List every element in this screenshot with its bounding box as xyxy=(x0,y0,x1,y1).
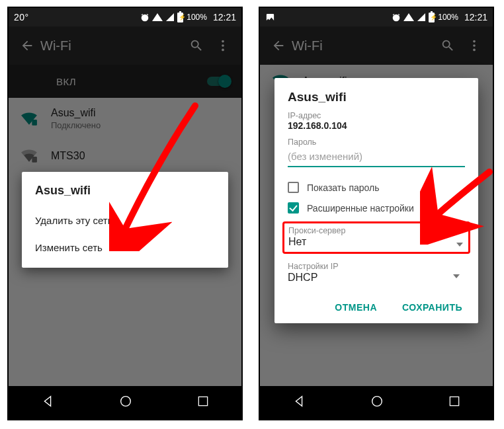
forget-network-item[interactable]: Удалить эту сеть xyxy=(35,207,215,234)
status-battery: 100% xyxy=(187,13,207,22)
edit-network-dialog: Asus_wifi IP-адрес 192.168.0.104 Пароль … xyxy=(274,78,478,323)
svg-rect-11 xyxy=(450,397,458,405)
screenshot-icon xyxy=(265,13,274,22)
nav-back[interactable] xyxy=(40,394,55,411)
nav-bar xyxy=(260,386,493,419)
checkbox-icon xyxy=(288,202,299,214)
advanced-label: Расширенные настройки xyxy=(307,203,414,214)
dialog-title: Asus_wifi xyxy=(288,90,465,104)
save-button[interactable]: СОХРАНИТЬ xyxy=(399,298,465,317)
nav-home[interactable] xyxy=(118,394,133,411)
modify-network-item[interactable]: Изменить сеть xyxy=(35,234,215,261)
proxy-value: Нет xyxy=(288,236,464,248)
nav-home[interactable] xyxy=(370,394,384,411)
advanced-row[interactable]: Расширенные настройки xyxy=(288,202,465,214)
signal-icon xyxy=(417,13,425,21)
password-label: Пароль xyxy=(288,137,465,147)
ip-settings-value: DHCP xyxy=(288,272,465,284)
show-password-label: Показать пароль xyxy=(307,182,380,193)
ip-settings-label: Настройки IP xyxy=(288,262,465,271)
chevron-down-icon xyxy=(456,243,463,247)
alarm-icon xyxy=(391,13,400,22)
checkbox-icon xyxy=(288,182,299,193)
svg-rect-6 xyxy=(198,397,207,405)
nav-recent[interactable] xyxy=(196,395,210,410)
context-menu-title: Asus_wifi xyxy=(35,184,215,198)
nav-bar xyxy=(9,386,241,419)
signal-icon xyxy=(166,13,174,21)
battery-icon: ⚡ xyxy=(429,13,435,22)
battery-icon: ⚡ xyxy=(177,13,183,22)
wifi-context-menu: Asus_wifi Удалить эту сеть Изменить сеть xyxy=(22,172,228,268)
nav-back[interactable] xyxy=(292,394,306,411)
svg-point-10 xyxy=(372,397,382,407)
show-password-row[interactable]: Показать пароль xyxy=(288,182,465,193)
chevron-down-icon xyxy=(453,274,460,278)
ip-label: IP-адрес xyxy=(288,111,465,120)
nav-recent[interactable] xyxy=(448,395,461,410)
dialog-actions: ОТМЕНА СОХРАНИТЬ xyxy=(288,298,465,317)
status-temperature: 20° xyxy=(14,12,29,22)
phone-right: ⚡ 100% 12:21 Wi-Fi xyxy=(259,7,494,420)
status-bar: 20° ⚡ 100% 12:21 xyxy=(9,8,241,26)
ip-value: 192.168.0.104 xyxy=(288,120,465,131)
password-input[interactable] xyxy=(288,148,465,167)
proxy-select[interactable]: Прокси-сервер Нет xyxy=(282,221,470,254)
cancel-button[interactable]: ОТМЕНА xyxy=(332,298,380,317)
svg-point-5 xyxy=(121,397,131,407)
status-battery: 100% xyxy=(438,13,458,22)
status-bar: ⚡ 100% 12:21 xyxy=(260,8,493,26)
wifi-icon xyxy=(152,13,163,21)
proxy-label: Прокси-сервер xyxy=(288,226,464,235)
alarm-icon xyxy=(140,13,149,22)
wifi-icon xyxy=(403,13,414,21)
ip-settings-select[interactable]: Настройки IP DHCP xyxy=(288,262,465,284)
status-clock: 12:21 xyxy=(464,12,487,22)
status-clock: 12:21 xyxy=(213,12,236,22)
phone-left: 20° ⚡ 100% 12:21 Wi-Fi xyxy=(7,7,243,420)
